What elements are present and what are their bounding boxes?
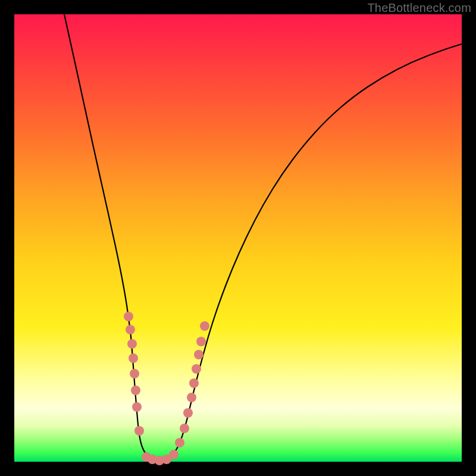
bottleneck-curve <box>64 14 462 461</box>
curve-markers <box>124 312 209 465</box>
curve-marker <box>169 450 178 459</box>
curve-marker <box>196 337 206 346</box>
curve-marker <box>192 364 201 374</box>
curve-marker <box>180 424 189 433</box>
curve-marker <box>127 339 137 349</box>
curve-marker <box>131 386 140 395</box>
curve-marker <box>175 438 184 447</box>
curve-marker <box>187 393 196 402</box>
curve-marker <box>132 402 142 412</box>
curve-marker <box>183 408 193 418</box>
chart-plot-area <box>14 14 462 462</box>
curve-marker <box>194 350 203 359</box>
curve-marker <box>129 353 138 363</box>
curve-marker <box>124 312 133 321</box>
watermark-text: TheBottleneck.com <box>367 1 471 15</box>
curve-marker <box>134 426 144 436</box>
curve-marker <box>130 369 139 378</box>
curve-marker <box>189 378 199 388</box>
curve-marker <box>126 325 135 334</box>
chart-svg <box>14 14 462 462</box>
curve-marker <box>200 321 209 331</box>
